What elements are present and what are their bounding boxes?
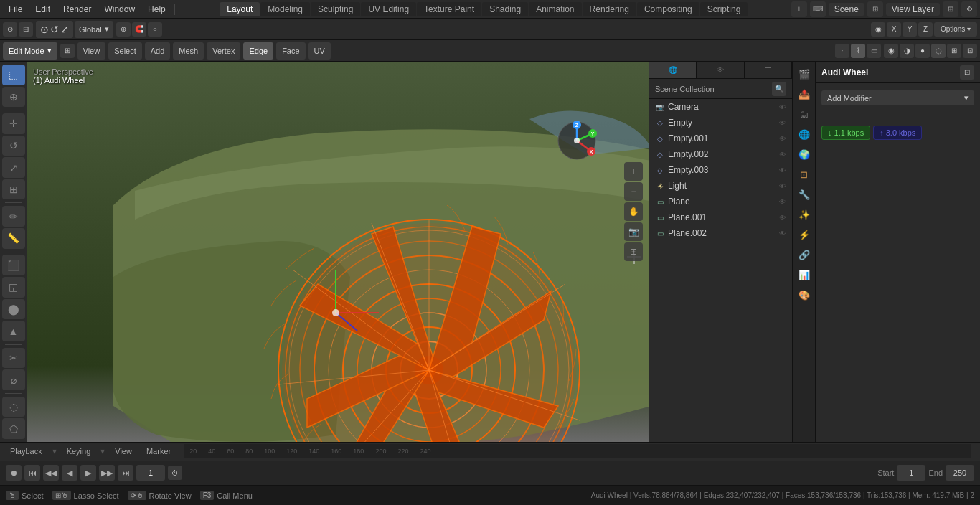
header-icons[interactable]: ⊞ <box>60 44 75 58</box>
workspace-compositing[interactable]: Compositing <box>637 2 699 16</box>
header-vertex-tab[interactable]: Vertex <box>207 42 240 60</box>
light-visibility[interactable]: 👁 <box>779 182 786 190</box>
plane-001-visibility[interactable]: 👁 <box>779 214 786 222</box>
pivot-point-btn[interactable]: ⊕ <box>116 22 131 37</box>
tool-select[interactable]: ⬚ <box>2 65 25 85</box>
obj-plane[interactable]: ▭ Plane 👁 <box>649 194 792 209</box>
obj-camera[interactable]: 📷 Camera 👁 <box>649 99 792 115</box>
menu-help[interactable]: Help <box>142 3 171 16</box>
tool-rotate[interactable]: ↺ <box>2 136 25 156</box>
props-tab-material[interactable]: 🎨 <box>795 285 814 304</box>
empty-001-visibility[interactable]: 👁 <box>779 135 786 143</box>
workspace-layout[interactable]: Layout <box>220 2 260 16</box>
props-tab-world[interactable]: 🌍 <box>795 145 814 164</box>
scene-label[interactable]: Scene <box>829 3 864 16</box>
play-btn[interactable]: ▶ <box>80 465 96 481</box>
tool-move[interactable]: ✛ <box>2 113 25 134</box>
empty-visibility[interactable]: 👁 <box>779 119 786 127</box>
zoom-in-btn[interactable]: + <box>624 162 643 181</box>
props-tab-particles[interactable]: ✨ <box>795 205 814 224</box>
obj-plane-001[interactable]: ▭ Plane.001 👁 <box>649 209 792 225</box>
props-tab-scene[interactable]: 🌐 <box>795 125 814 143</box>
tool-bevel[interactable]: ⬤ <box>2 299 25 320</box>
editor-type-btn[interactable]: ⊙ <box>3 22 17 37</box>
header-view-tab[interactable]: View <box>77 42 106 60</box>
start-frame-input[interactable]: 1 <box>897 465 925 481</box>
properties-options[interactable]: ⊡ <box>960 65 974 80</box>
tl-view-menu[interactable]: View <box>110 445 136 457</box>
scene-options[interactable]: ⊞ <box>867 1 883 17</box>
menu-window[interactable]: Window <box>98 3 141 16</box>
camera-visibility[interactable]: 👁 <box>779 103 786 111</box>
tool-scale[interactable]: ⤢ <box>2 157 25 178</box>
z-btn[interactable]: Z <box>918 22 933 37</box>
step-forward-btn[interactable]: ▶▶ <box>99 465 115 481</box>
jump-end-btn[interactable]: ⏭ <box>118 465 133 481</box>
plane-002-visibility[interactable]: 👁 <box>779 230 786 237</box>
zoom-out-btn[interactable]: − <box>624 182 643 201</box>
tl-playback-menu[interactable]: Playback <box>6 445 47 457</box>
empty-002-visibility[interactable]: 👁 <box>779 151 786 159</box>
timeline-ruler[interactable]: 20 40 60 80 100 120 140 160 180 200 220 … <box>184 444 971 458</box>
obj-empty-001[interactable]: ◇ Empty.001 👁 <box>649 131 792 146</box>
transform-icons[interactable]: ⊙↺⤢ <box>36 21 73 38</box>
tool-transform[interactable]: ⊞ <box>2 179 25 200</box>
workspace-animation[interactable]: Animation <box>529 2 581 16</box>
mode-select[interactable]: Edit Mode ▾ <box>3 42 57 60</box>
face-select-mode[interactable]: ▭ <box>867 44 881 58</box>
tool-measure[interactable]: 📏 <box>2 228 25 249</box>
obj-plane-002[interactable]: ▭ Plane.002 👁 <box>649 225 792 241</box>
props-tab-data[interactable]: 📊 <box>795 265 814 284</box>
shading-wire[interactable]: ◌ <box>931 44 946 58</box>
prev-keyframe-btn[interactable]: ◀◀ <box>43 465 59 481</box>
shading-options[interactable]: ⊞ <box>947 44 961 58</box>
pan-btn[interactable]: ✋ <box>624 202 643 221</box>
tool-spin[interactable]: ⬠ <box>2 418 25 439</box>
shading-material[interactable]: ◑ <box>900 44 914 58</box>
obj-empty-002[interactable]: ◇ Empty.002 👁 <box>649 146 792 162</box>
fullscreen-btn[interactable]: ⊟ <box>19 22 33 37</box>
snap-btn[interactable]: 🧲 <box>132 22 146 37</box>
overlay-options-btn[interactable]: ◉ <box>871 22 885 37</box>
header-select-tab[interactable]: Select <box>108 42 142 60</box>
tool-cursor[interactable]: ⊕ <box>2 87 25 108</box>
outliner-filter-btn[interactable]: 🔍 <box>772 82 786 96</box>
workspace-texture-paint[interactable]: Texture Paint <box>417 2 481 16</box>
camera-view-btn[interactable]: 📷 <box>624 222 643 241</box>
view-layer-label[interactable]: View Layer <box>886 3 940 16</box>
tl-marker-menu[interactable]: Marker <box>142 445 175 457</box>
props-tab-object[interactable]: ⊡ <box>795 165 814 184</box>
tool-extrude[interactable]: ⬛ <box>2 255 25 275</box>
current-frame-input[interactable]: 1 <box>136 465 165 481</box>
tl-keying-menu[interactable]: Keying <box>62 445 95 457</box>
props-tab-constraints[interactable]: 🔗 <box>795 245 814 264</box>
workspace-sculpting[interactable]: Sculpting <box>311 2 360 16</box>
tool-annotate[interactable]: ✏ <box>2 206 25 227</box>
global-select[interactable]: Global ▾ <box>75 21 113 38</box>
props-tab-output[interactable]: 📤 <box>795 85 814 103</box>
y-btn[interactable]: Y <box>903 22 917 37</box>
overlay-toggle[interactable]: ⊡ <box>963 44 977 58</box>
plane-visibility[interactable]: 👁 <box>779 198 786 206</box>
engine-select[interactable]: ⌨ <box>810 1 826 17</box>
viewport[interactable]: User Perspective (1) Audi Wheel Z Y X <box>27 62 649 442</box>
tool-bisect[interactable]: ⌀ <box>2 369 25 390</box>
navigation-gizmo[interactable]: Z Y X <box>555 119 598 162</box>
step-back-btn[interactable]: ◀ <box>62 465 77 481</box>
editor-settings[interactable]: ⚙ <box>961 1 977 17</box>
add-modifier-btn[interactable]: Add Modifier ▾ <box>821 90 974 105</box>
grid-btn[interactable]: ⊞ <box>624 242 643 261</box>
empty-003-visibility[interactable]: 👁 <box>779 166 786 174</box>
shading-solid[interactable]: ◉ <box>884 44 898 58</box>
obj-empty-003[interactable]: ◇ Empty.003 👁 <box>649 162 792 178</box>
fps-indicator[interactable]: ⏱ <box>168 466 182 480</box>
tool-knife[interactable]: ✂ <box>2 348 25 369</box>
workspace-rendering[interactable]: Rendering <box>583 2 636 16</box>
props-tab-modifier[interactable]: 🔧 <box>795 185 814 204</box>
tool-poly-build[interactable]: ◌ <box>2 397 25 417</box>
workspace-uv-editing[interactable]: UV Editing <box>361 2 416 16</box>
menu-edit[interactable]: Edit <box>29 3 56 16</box>
xray-btn[interactable]: X <box>887 22 901 37</box>
proportional-btn[interactable]: ○ <box>148 22 162 37</box>
shading-render[interactable]: ● <box>915 44 930 58</box>
